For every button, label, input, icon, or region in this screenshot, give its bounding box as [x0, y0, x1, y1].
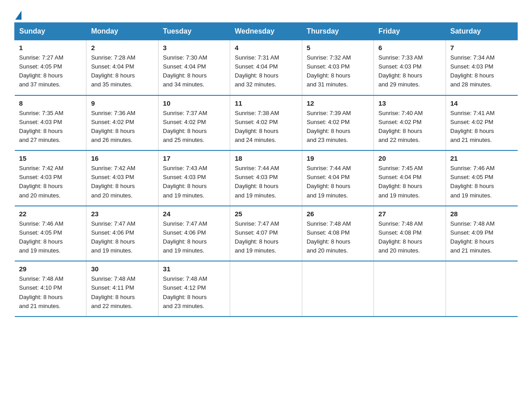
day-number: 20 [378, 154, 441, 162]
calendar-table: SundayMondayTuesdayWednesdayThursdayFrid… [14, 22, 518, 317]
day-info: Sunrise: 7:45 AMSunset: 4:04 PMDaylight:… [378, 165, 423, 198]
week-row-5: 29 Sunrise: 7:48 AMSunset: 4:10 PMDaylig… [15, 261, 518, 317]
week-row-4: 22 Sunrise: 7:46 AMSunset: 4:05 PMDaylig… [15, 206, 518, 261]
day-cell: 19 Sunrise: 7:44 AMSunset: 4:04 PMDaylig… [302, 150, 373, 206]
day-number: 14 [450, 99, 513, 107]
day-cell: 1 Sunrise: 7:27 AMSunset: 4:05 PMDayligh… [15, 40, 86, 95]
day-info: Sunrise: 7:46 AMSunset: 4:05 PMDaylight:… [450, 165, 495, 198]
day-cell: 2 Sunrise: 7:28 AMSunset: 4:04 PMDayligh… [86, 40, 158, 95]
day-cell: 3 Sunrise: 7:30 AMSunset: 4:04 PMDayligh… [158, 40, 230, 95]
day-cell: 17 Sunrise: 7:43 AMSunset: 4:03 PMDaylig… [158, 150, 230, 206]
header-day-monday: Monday [86, 23, 158, 40]
day-info: Sunrise: 7:33 AMSunset: 4:03 PMDaylight:… [378, 54, 423, 88]
header-day-thursday: Thursday [302, 23, 373, 40]
day-number: 25 [235, 210, 297, 218]
day-cell: 29 Sunrise: 7:48 AMSunset: 4:10 PMDaylig… [15, 261, 86, 317]
logo [14, 11, 21, 17]
day-cell: 18 Sunrise: 7:44 AMSunset: 4:03 PMDaylig… [230, 150, 302, 206]
day-cell: 9 Sunrise: 7:36 AMSunset: 4:02 PMDayligh… [86, 95, 158, 151]
day-cell: 28 Sunrise: 7:48 AMSunset: 4:09 PMDaylig… [446, 206, 517, 261]
day-info: Sunrise: 7:31 AMSunset: 4:04 PMDaylight:… [235, 54, 279, 88]
day-info: Sunrise: 7:32 AMSunset: 4:03 PMDaylight:… [307, 54, 351, 88]
day-number: 1 [19, 44, 82, 51]
day-info: Sunrise: 7:35 AMSunset: 4:03 PMDaylight:… [19, 110, 64, 143]
day-number: 29 [19, 265, 82, 273]
day-info: Sunrise: 7:44 AMSunset: 4:04 PMDaylight:… [307, 165, 351, 198]
day-info: Sunrise: 7:42 AMSunset: 4:03 PMDaylight:… [91, 165, 135, 198]
day-info: Sunrise: 7:48 AMSunset: 4:11 PMDaylight:… [91, 275, 135, 309]
day-number: 18 [235, 154, 297, 162]
day-cell: 21 Sunrise: 7:46 AMSunset: 4:05 PMDaylig… [446, 150, 517, 206]
day-cell: 6 Sunrise: 7:33 AMSunset: 4:03 PMDayligh… [374, 40, 446, 95]
day-info: Sunrise: 7:43 AMSunset: 4:03 PMDaylight:… [163, 165, 207, 198]
day-number: 30 [91, 265, 153, 273]
day-number: 12 [307, 99, 369, 107]
day-cell: 15 Sunrise: 7:42 AMSunset: 4:03 PMDaylig… [15, 150, 86, 206]
day-number: 3 [163, 44, 225, 51]
day-cell: 12 Sunrise: 7:39 AMSunset: 4:02 PMDaylig… [302, 95, 373, 151]
day-cell: 7 Sunrise: 7:34 AMSunset: 4:03 PMDayligh… [446, 40, 517, 95]
header-day-sunday: Sunday [15, 23, 86, 40]
day-cell [302, 261, 373, 317]
day-number: 24 [163, 210, 225, 218]
day-cell: 20 Sunrise: 7:45 AMSunset: 4:04 PMDaylig… [374, 150, 446, 206]
day-cell: 24 Sunrise: 7:47 AMSunset: 4:06 PMDaylig… [158, 206, 230, 261]
day-info: Sunrise: 7:28 AMSunset: 4:04 PMDaylight:… [91, 54, 135, 88]
day-cell: 10 Sunrise: 7:37 AMSunset: 4:02 PMDaylig… [158, 95, 230, 151]
page-header [14, 11, 518, 17]
day-number: 2 [91, 44, 153, 51]
day-info: Sunrise: 7:40 AMSunset: 4:02 PMDaylight:… [378, 110, 423, 143]
week-row-3: 15 Sunrise: 7:42 AMSunset: 4:03 PMDaylig… [15, 150, 518, 206]
day-info: Sunrise: 7:47 AMSunset: 4:06 PMDaylight:… [91, 220, 135, 254]
header-day-friday: Friday [374, 23, 446, 40]
day-cell: 5 Sunrise: 7:32 AMSunset: 4:03 PMDayligh… [302, 40, 373, 95]
day-number: 5 [307, 44, 369, 51]
day-number: 31 [163, 265, 225, 273]
day-number: 9 [91, 99, 153, 107]
logo-triangle-icon [15, 11, 21, 20]
day-cell: 14 Sunrise: 7:41 AMSunset: 4:02 PMDaylig… [446, 95, 517, 151]
day-info: Sunrise: 7:42 AMSunset: 4:03 PMDaylight:… [19, 165, 64, 198]
day-cell: 22 Sunrise: 7:46 AMSunset: 4:05 PMDaylig… [15, 206, 86, 261]
day-number: 4 [235, 44, 297, 51]
day-info: Sunrise: 7:41 AMSunset: 4:02 PMDaylight:… [450, 110, 495, 143]
day-cell: 31 Sunrise: 7:48 AMSunset: 4:12 PMDaylig… [158, 261, 230, 317]
day-number: 28 [450, 210, 513, 218]
day-info: Sunrise: 7:39 AMSunset: 4:02 PMDaylight:… [307, 110, 351, 143]
day-cell: 11 Sunrise: 7:38 AMSunset: 4:02 PMDaylig… [230, 95, 302, 151]
day-info: Sunrise: 7:46 AMSunset: 4:05 PMDaylight:… [19, 220, 64, 254]
day-number: 6 [378, 44, 441, 51]
day-number: 8 [19, 99, 82, 107]
day-cell [230, 261, 302, 317]
day-info: Sunrise: 7:48 AMSunset: 4:10 PMDaylight:… [19, 275, 64, 309]
day-cell: 4 Sunrise: 7:31 AMSunset: 4:04 PMDayligh… [230, 40, 302, 95]
day-number: 26 [307, 210, 369, 218]
day-cell: 27 Sunrise: 7:48 AMSunset: 4:08 PMDaylig… [374, 206, 446, 261]
day-info: Sunrise: 7:47 AMSunset: 4:06 PMDaylight:… [163, 220, 207, 254]
header-row: SundayMondayTuesdayWednesdayThursdayFrid… [15, 23, 518, 40]
day-info: Sunrise: 7:38 AMSunset: 4:02 PMDaylight:… [235, 110, 279, 143]
day-cell [374, 261, 446, 317]
day-info: Sunrise: 7:37 AMSunset: 4:02 PMDaylight:… [163, 110, 207, 143]
day-number: 27 [378, 210, 441, 218]
day-number: 23 [91, 210, 153, 218]
day-cell: 23 Sunrise: 7:47 AMSunset: 4:06 PMDaylig… [86, 206, 158, 261]
day-info: Sunrise: 7:48 AMSunset: 4:12 PMDaylight:… [163, 275, 207, 309]
day-number: 11 [235, 99, 297, 107]
day-number: 16 [91, 154, 153, 162]
day-number: 22 [19, 210, 82, 218]
day-info: Sunrise: 7:48 AMSunset: 4:09 PMDaylight:… [450, 220, 495, 254]
day-number: 13 [378, 99, 441, 107]
day-cell: 16 Sunrise: 7:42 AMSunset: 4:03 PMDaylig… [86, 150, 158, 206]
day-info: Sunrise: 7:36 AMSunset: 4:02 PMDaylight:… [91, 110, 135, 143]
week-row-2: 8 Sunrise: 7:35 AMSunset: 4:03 PMDayligh… [15, 95, 518, 151]
day-cell: 26 Sunrise: 7:48 AMSunset: 4:08 PMDaylig… [302, 206, 373, 261]
header-day-tuesday: Tuesday [158, 23, 230, 40]
day-info: Sunrise: 7:34 AMSunset: 4:03 PMDaylight:… [450, 54, 495, 88]
week-row-1: 1 Sunrise: 7:27 AMSunset: 4:05 PMDayligh… [15, 40, 518, 95]
day-number: 21 [450, 154, 513, 162]
day-info: Sunrise: 7:48 AMSunset: 4:08 PMDaylight:… [378, 220, 423, 254]
day-number: 19 [307, 154, 369, 162]
day-cell: 13 Sunrise: 7:40 AMSunset: 4:02 PMDaylig… [374, 95, 446, 151]
day-cell: 30 Sunrise: 7:48 AMSunset: 4:11 PMDaylig… [86, 261, 158, 317]
